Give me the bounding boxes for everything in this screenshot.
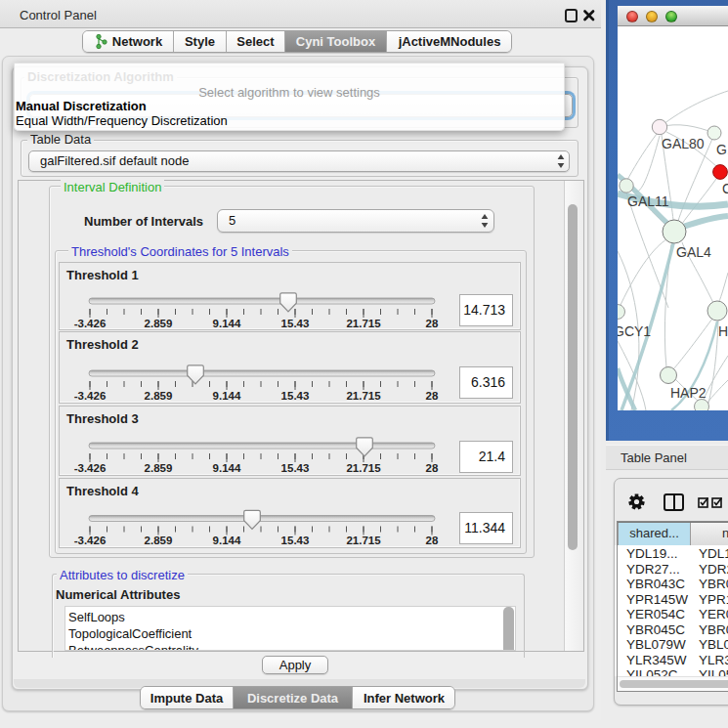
svg-text:G.: G. [716,142,728,157]
svg-text:GAL80: GAL80 [662,136,705,151]
svg-text:C: C [722,181,728,196]
svg-text:GCY1: GCY1 [618,323,651,339]
svg-text:GAL11: GAL11 [627,193,669,209]
svg-text:H: H [718,323,728,339]
svg-text:GAL4: GAL4 [676,244,711,260]
svg-text:HAP2: HAP2 [670,385,707,401]
